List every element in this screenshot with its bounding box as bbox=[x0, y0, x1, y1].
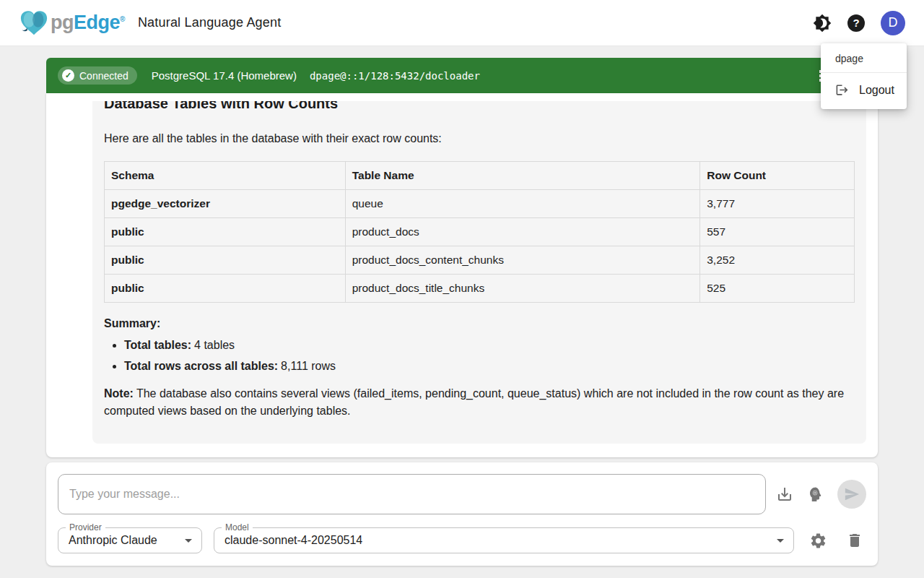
download-icon bbox=[776, 486, 793, 503]
menu-divider bbox=[821, 72, 907, 73]
provider-select[interactable]: Provider Anthropic Claude bbox=[58, 527, 202, 553]
check-circle-icon: ✓ bbox=[62, 69, 74, 82]
chevron-down-icon bbox=[772, 532, 789, 549]
cell-table-name: product_docs_content_chunks bbox=[345, 246, 700, 275]
cell-row-count: 3,777 bbox=[700, 190, 855, 218]
table-row: pgedge_vectorizer queue 3,777 bbox=[105, 190, 855, 218]
model-select-value: claude-sonnet-4-20250514 bbox=[214, 534, 362, 547]
clear-chat-button[interactable] bbox=[846, 532, 863, 549]
cell-schema: public bbox=[105, 246, 346, 275]
send-button[interactable] bbox=[837, 480, 866, 509]
logout-menu-item[interactable]: Logout bbox=[821, 76, 907, 105]
chevron-down-icon bbox=[180, 532, 197, 549]
column-header-table-name: Table Name bbox=[345, 162, 700, 190]
connection-string: dpage@::1/128:5432/docloader bbox=[310, 70, 480, 82]
logout-icon bbox=[835, 83, 849, 97]
message-intro: Here are all the tables in the database … bbox=[104, 132, 855, 145]
connection-status-label: Connected bbox=[79, 70, 128, 82]
server-version: PostgreSQL 17.4 (Homebrew) bbox=[152, 69, 297, 82]
table-header-row: Schema Table Name Row Count bbox=[105, 162, 855, 190]
provider-select-value: Anthropic Claude bbox=[58, 534, 157, 547]
cell-table-name: queue bbox=[345, 190, 700, 218]
pgedge-logo: pgEdge® bbox=[19, 9, 125, 38]
table-row: public product_docs 557 bbox=[105, 218, 855, 246]
send-icon bbox=[844, 486, 860, 502]
cell-schema: pgedge_vectorizer bbox=[105, 190, 346, 218]
logout-label: Logout bbox=[859, 84, 894, 97]
help-icon: ? bbox=[847, 14, 865, 32]
row-counts-table: Schema Table Name Row Count pgedge_vecto… bbox=[104, 161, 855, 303]
pgedge-logo-icon bbox=[19, 9, 49, 38]
provider-select-label: Provider bbox=[66, 522, 105, 532]
table-row: public product_docs_content_chunks 3,252 bbox=[105, 246, 855, 275]
cell-table-name: product_docs_title_chunks bbox=[345, 275, 700, 303]
message-heading: Database Tables with Row Counts bbox=[104, 101, 855, 114]
psychology-icon bbox=[806, 486, 824, 504]
cell-schema: public bbox=[105, 218, 346, 246]
page-title: Natural Language Agent bbox=[138, 15, 282, 30]
gear-icon bbox=[809, 532, 827, 550]
model-select[interactable]: Model claude-sonnet-4-20250514 bbox=[214, 527, 794, 553]
help-button[interactable]: ? bbox=[847, 14, 865, 32]
cell-table-name: product_docs bbox=[345, 218, 700, 246]
user-avatar[interactable]: D bbox=[881, 11, 905, 35]
user-menu-username: dpage bbox=[821, 46, 907, 70]
download-button[interactable] bbox=[776, 486, 793, 503]
assistant-message: Database Tables with Row Counts Here are… bbox=[92, 101, 866, 444]
composer-panel: Provider Anthropic Claude Model claude-s… bbox=[46, 462, 878, 566]
chat-panel: Database Tables with Row Counts Here are… bbox=[46, 93, 878, 457]
trash-icon bbox=[846, 532, 863, 549]
cell-row-count: 525 bbox=[700, 275, 855, 303]
theme-toggle-button[interactable] bbox=[813, 14, 832, 33]
model-select-label: Model bbox=[222, 522, 253, 532]
cell-row-count: 557 bbox=[700, 218, 855, 246]
connection-bar: ✓ Connected PostgreSQL 17.4 (Homebrew) d… bbox=[46, 58, 878, 93]
thinking-button[interactable] bbox=[806, 486, 824, 504]
connection-status-badge: ✓ Connected bbox=[58, 66, 137, 85]
pgedge-logo-text: pgEdge® bbox=[51, 12, 125, 34]
settings-button[interactable] bbox=[809, 532, 827, 550]
summary-list: Total tables:4 tables Total rows across … bbox=[124, 339, 855, 373]
table-row: public product_docs_title_chunks 525 bbox=[105, 275, 855, 303]
summary-label: Summary: bbox=[104, 317, 855, 330]
user-menu: dpage Logout bbox=[821, 43, 907, 109]
column-header-row-count: Row Count bbox=[700, 162, 855, 190]
list-item: Total tables:4 tables bbox=[124, 339, 855, 352]
cell-schema: public bbox=[105, 275, 346, 303]
message-input[interactable] bbox=[58, 474, 766, 514]
cell-row-count: 3,252 bbox=[700, 246, 855, 275]
app-header: pgEdge® Natural Language Agent ? D bbox=[0, 0, 924, 46]
list-item: Total rows across all tables:8,111 rows bbox=[124, 360, 855, 373]
brightness-icon bbox=[813, 14, 832, 33]
message-note: Note:The database also contains several … bbox=[104, 385, 855, 420]
column-header-schema: Schema bbox=[105, 162, 346, 190]
